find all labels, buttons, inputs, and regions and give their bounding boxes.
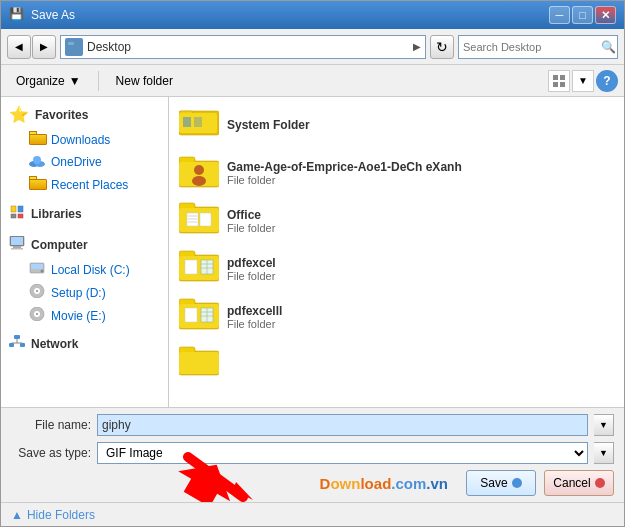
organize-button[interactable]: Organize ▼ bbox=[7, 70, 90, 92]
title-controls: ─ □ ✕ bbox=[549, 6, 616, 24]
computer-label: Computer bbox=[31, 238, 88, 252]
watermark-dl: D bbox=[320, 475, 331, 492]
sidebar-computer-section: Computer Local Disk (C:) Setup (D:) bbox=[1, 232, 168, 327]
filename-label: File name: bbox=[11, 418, 91, 432]
save-as-dialog: 💾 Save As ─ □ ✕ ◀ ▶ Desktop ▶ ↻ bbox=[0, 0, 625, 527]
svg-rect-10 bbox=[18, 206, 23, 212]
local-disk-label: Local Disk (C:) bbox=[51, 263, 130, 277]
search-bar[interactable]: 🔍 bbox=[458, 35, 618, 59]
svg-point-41 bbox=[192, 176, 206, 186]
local-disk-icon bbox=[29, 261, 45, 278]
watermark-com: .com bbox=[391, 475, 426, 492]
file-item-game-folder[interactable]: Game-Age-of-Emprice-Aoe1-DeCh eXanh File… bbox=[173, 149, 620, 197]
savetype-input-wrapper: GIF Image bbox=[97, 442, 588, 464]
view-dropdown-button[interactable]: ▼ bbox=[572, 70, 594, 92]
sidebar-item-onedrive[interactable]: OneDrive bbox=[1, 151, 168, 173]
sidebar-network-section: Network bbox=[1, 331, 168, 357]
downloads-label: Downloads bbox=[51, 133, 110, 147]
system-folder-name: System Folder bbox=[227, 118, 310, 132]
file-item-pdfexcelll-folder[interactable]: pdfexcelll File folder bbox=[173, 293, 620, 341]
file-item-system-folder[interactable]: System Folder bbox=[173, 101, 620, 149]
view-button[interactable] bbox=[548, 70, 570, 92]
sidebar: ⭐ Favorites Downloads OneDrive bbox=[1, 97, 169, 407]
svg-rect-27 bbox=[9, 343, 14, 347]
pdfexcelll-folder-info: pdfexcelll File folder bbox=[227, 304, 282, 330]
svg-rect-61 bbox=[185, 308, 197, 322]
savetype-dropdown[interactable]: ▼ bbox=[594, 442, 614, 464]
title-bar-left: 💾 Save As bbox=[9, 7, 75, 23]
sidebar-item-recent-places[interactable]: Recent Places bbox=[1, 173, 168, 196]
recent-places-icon bbox=[29, 176, 45, 193]
pdfexcel-folder-type: File folder bbox=[227, 270, 276, 282]
sidebar-computer-header[interactable]: Computer bbox=[1, 232, 168, 258]
watermark-ow: own bbox=[330, 475, 360, 492]
svg-rect-5 bbox=[560, 82, 565, 87]
network-label: Network bbox=[31, 337, 78, 351]
setup-icon bbox=[29, 284, 45, 301]
file-item-empty[interactable] bbox=[173, 341, 620, 389]
svg-point-19 bbox=[41, 270, 44, 273]
forward-button[interactable]: ▶ bbox=[32, 35, 56, 59]
filename-input[interactable] bbox=[97, 414, 588, 436]
search-icon[interactable]: 🔍 bbox=[601, 40, 616, 54]
office-folder-info: Office File folder bbox=[227, 208, 275, 234]
sidebar-libraries-header[interactable]: Libraries bbox=[1, 200, 168, 228]
sidebar-item-local-disk[interactable]: Local Disk (C:) bbox=[1, 258, 168, 281]
organize-label: Organize bbox=[16, 74, 65, 88]
close-button[interactable]: ✕ bbox=[595, 6, 616, 24]
hide-folders-bar[interactable]: ▲ Hide Folders bbox=[1, 502, 624, 526]
save-button[interactable]: Save bbox=[466, 470, 536, 496]
pdfexcel-folder-icon bbox=[179, 249, 219, 289]
svg-point-22 bbox=[36, 290, 38, 292]
svg-rect-12 bbox=[18, 214, 23, 218]
watermark-vn: .vn bbox=[426, 475, 448, 492]
maximize-button[interactable]: □ bbox=[572, 6, 593, 24]
red-arrow bbox=[178, 452, 258, 502]
pdfexcel-folder-info: pdfexcel File folder bbox=[227, 256, 276, 282]
filename-row: File name: ▼ bbox=[11, 414, 614, 436]
new-folder-button[interactable]: New folder bbox=[107, 70, 182, 92]
search-input[interactable] bbox=[463, 41, 601, 53]
watermark-area: Download.com.vn bbox=[11, 475, 458, 492]
svg-rect-46 bbox=[200, 213, 211, 226]
save-button-indicator bbox=[512, 478, 522, 488]
svg-point-40 bbox=[194, 165, 204, 175]
hide-folders-icon: ▲ bbox=[11, 508, 23, 522]
cancel-label: Cancel bbox=[553, 476, 590, 490]
setup-label: Setup (D:) bbox=[51, 286, 106, 300]
pdfexcelll-folder-type: File folder bbox=[227, 318, 282, 330]
downloads-icon bbox=[29, 131, 45, 148]
filename-dropdown[interactable]: ▼ bbox=[594, 414, 614, 436]
minimize-button[interactable]: ─ bbox=[549, 6, 570, 24]
file-item-office-folder[interactable]: Office File folder bbox=[173, 197, 620, 245]
refresh-button[interactable]: ↻ bbox=[430, 35, 454, 59]
svg-rect-15 bbox=[13, 246, 21, 248]
back-button[interactable]: ◀ bbox=[7, 35, 31, 59]
office-folder-name: Office bbox=[227, 208, 275, 222]
savetype-select[interactable]: GIF Image bbox=[97, 442, 588, 464]
svg-rect-4 bbox=[553, 82, 558, 87]
svg-point-25 bbox=[36, 313, 38, 315]
sidebar-favorites-header[interactable]: ⭐ Favorites bbox=[1, 101, 168, 128]
sidebar-item-setup[interactable]: Setup (D:) bbox=[1, 281, 168, 304]
svg-rect-14 bbox=[11, 237, 23, 245]
cancel-button[interactable]: Cancel bbox=[544, 470, 614, 496]
sidebar-item-downloads[interactable]: Downloads bbox=[1, 128, 168, 151]
svg-rect-11 bbox=[11, 214, 16, 218]
libraries-icon bbox=[9, 204, 25, 224]
file-list[interactable]: System Folder bbox=[169, 97, 624, 407]
watermark-text: Download.com.vn bbox=[320, 475, 448, 492]
file-item-pdfexcel-folder[interactable]: pdfexcel File folder bbox=[173, 245, 620, 293]
pdfexcel-folder-name: pdfexcel bbox=[227, 256, 276, 270]
favorites-icon: ⭐ bbox=[9, 105, 29, 124]
bottom-area: File name: ▼ Save as type: GIF Image ▼ bbox=[1, 407, 624, 502]
help-button[interactable]: ? bbox=[596, 70, 618, 92]
location-bar[interactable]: Desktop ▶ bbox=[60, 35, 426, 59]
sidebar-item-movie[interactable]: Movie (E:) bbox=[1, 304, 168, 327]
sidebar-network-header[interactable]: Network bbox=[1, 331, 168, 357]
filename-input-wrapper bbox=[97, 414, 588, 436]
location-arrow: ▶ bbox=[413, 41, 421, 52]
svg-rect-18 bbox=[31, 264, 43, 269]
hide-folders-label[interactable]: Hide Folders bbox=[27, 508, 95, 522]
svg-rect-1 bbox=[68, 42, 74, 45]
